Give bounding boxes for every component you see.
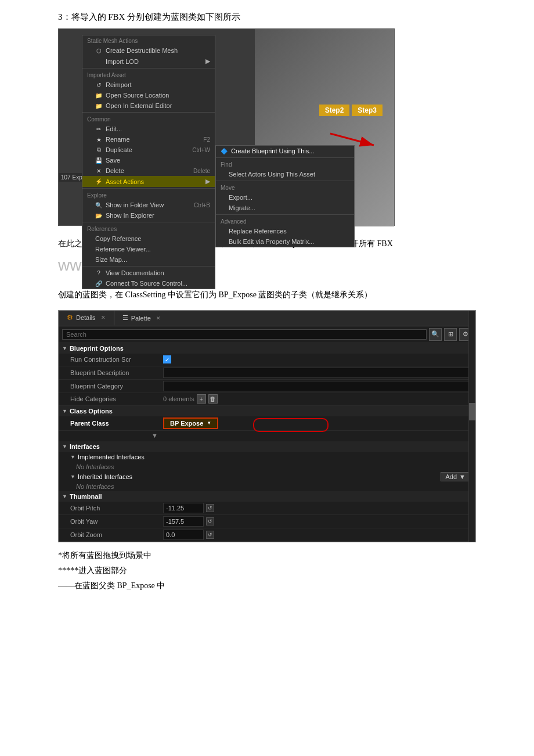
details-tab-close[interactable]: ✕ <box>101 315 106 321</box>
thumbnail-triangle: ▼ <box>62 494 67 499</box>
bp-expose-highlight <box>253 418 329 432</box>
menu-view-documentation[interactable]: ? View Documentation <box>82 268 215 278</box>
menu-open-external-editor[interactable]: 📁 Open In External Editor <box>82 100 215 111</box>
menu-asset-actions[interactable]: ⚡ Asset Actions ▶ <box>82 176 215 187</box>
interfaces-triangle: ▼ <box>62 444 67 449</box>
delete-icon: ✕ <box>95 167 102 174</box>
folder-view-icon: 🔍 <box>95 201 102 208</box>
orbit-zoom-input[interactable] <box>163 530 204 540</box>
menu-copy-reference[interactable]: Copy Reference <box>82 233 215 244</box>
section-references: References <box>82 224 215 233</box>
submenu-select-actors[interactable]: Select Actors Using This Asset <box>216 169 354 179</box>
orbit-yaw-value: ↺ <box>163 516 214 527</box>
parent-class-dropdown[interactable]: BP Expose ▼ <box>163 417 218 429</box>
orbit-zoom-rotate-icon[interactable]: ↺ <box>206 531 214 539</box>
collapse-triangle: ▼ <box>62 345 67 351</box>
menu-reimport[interactable]: ↺ Reimport <box>82 80 215 90</box>
note-1: *将所有蓝图拖拽到场景中 <box>58 550 476 561</box>
blueprint-category-input[interactable] <box>163 381 475 391</box>
run-construction-row: Run Construction Scr ✓ <box>59 354 475 366</box>
orbit-zoom-row: Orbit Zoom ↺ <box>59 528 475 542</box>
blueprint-description-input[interactable] <box>163 368 475 378</box>
section-explore: Explore <box>82 190 215 200</box>
submenu-migrate[interactable]: Migrate... <box>216 203 354 213</box>
add-dropdown-arrow: ▼ <box>459 473 466 480</box>
reimport-icon: ↺ <box>95 81 102 88</box>
submenu-replace-references[interactable]: Replace References <box>216 226 354 236</box>
details-tab[interactable]: ⚙ Details ✕ <box>59 311 114 326</box>
submenu-sep-3 <box>216 214 354 215</box>
orbit-pitch-input[interactable] <box>163 503 204 513</box>
run-construction-checkbox[interactable]: ✓ <box>163 355 171 363</box>
separator-4 <box>82 222 215 222</box>
menu-delete[interactable]: ✕ Delete Delete <box>82 165 215 176</box>
details-tab-icon: ⚙ <box>67 314 73 322</box>
menu-import-lod[interactable]: Import LOD ▶ <box>82 56 215 67</box>
blueprint-description-row: Blueprint Description <box>59 366 475 380</box>
menu-rename[interactable]: ★ Rename F2 <box>82 134 215 145</box>
dropdown-arrow: ▼ <box>207 420 211 426</box>
orbit-yaw-input[interactable] <box>163 516 204 527</box>
separator-3 <box>82 188 215 189</box>
scrollbar[interactable] <box>468 311 475 542</box>
menu-save[interactable]: 💾 Save <box>82 155 215 165</box>
submenu-bulk-edit[interactable]: Bulk Edit via Property Matrix... <box>216 236 354 247</box>
thumbnail-section: ▼ Thumbnail <box>59 491 475 502</box>
separator-5 <box>82 266 215 267</box>
rename-icon: ★ <box>95 136 102 143</box>
orbit-yaw-row: Orbit Yaw ↺ <box>59 515 475 528</box>
explorer-icon: 📂 <box>95 212 102 219</box>
search-input[interactable] <box>62 329 427 340</box>
orbit-pitch-rotate-icon[interactable]: ↺ <box>206 504 214 512</box>
step-labels: Step2 Step3 <box>319 105 383 116</box>
implemented-interfaces-section: ▼ Implemented Interfaces <box>59 452 475 462</box>
scrollbar-thumb[interactable] <box>469 403 475 420</box>
orbit-yaw-rotate-icon[interactable]: ↺ <box>206 517 214 525</box>
asset-actions-icon: ⚡ <box>95 178 102 185</box>
class-options-section: ▼ Class Options <box>59 406 475 416</box>
context-menu[interactable]: Static Mesh Actions ⬡ Create Destructibl… <box>82 35 215 289</box>
menu-create-destructible[interactable]: ⬡ Create Destructible Mesh <box>82 45 215 56</box>
section-static-mesh: Static Mesh Actions <box>82 35 215 45</box>
menu-connect-source-control[interactable]: 🔗 Connect To Source Control... <box>82 278 215 289</box>
orbit-pitch-row: Orbit Pitch ↺ <box>59 502 475 515</box>
submenu-move-section: Move <box>216 182 354 192</box>
details-header: ⚙ Details ✕ ☰ Palette ✕ <box>59 311 475 326</box>
menu-reference-viewer[interactable]: Reference Viewer... <box>82 244 215 254</box>
add-interface-btn[interactable]: Add ▼ <box>441 472 471 481</box>
section-imported-asset: Imported Asset <box>82 70 215 80</box>
lod-icon <box>95 58 102 65</box>
submenu-export[interactable]: Export... <box>216 192 354 203</box>
duplicate-icon: ⧉ <box>95 146 102 153</box>
menu-show-folder-view[interactable]: 🔍 Show in Folder View Ctrl+B <box>82 200 215 210</box>
asset-actions-submenu[interactable]: 🔷 Create Blueprint Using This... Find Se… <box>215 145 355 247</box>
grid-view-btn[interactable]: ⊞ <box>444 328 457 341</box>
menu-edit[interactable]: ✏ Edit... <box>82 124 215 134</box>
parent-class-sub-arrow: ▼ <box>59 431 475 441</box>
submenu-sep-1 <box>216 157 354 158</box>
rename-shortcut: F2 <box>203 136 210 143</box>
submenu-create-blueprint[interactable]: 🔷 Create Blueprint Using This... <box>216 146 354 156</box>
menu-size-map[interactable]: Size Map... <box>82 254 215 265</box>
menu-open-source-location[interactable]: 📁 Open Source Location <box>82 90 215 100</box>
search-icon-btn[interactable]: 🔍 <box>429 328 442 341</box>
folder-icon: 📁 <box>95 92 102 99</box>
save-icon: 💾 <box>95 157 102 164</box>
menu-duplicate[interactable]: ⧉ Duplicate Ctrl+W <box>82 145 215 155</box>
submenu-sep-2 <box>216 181 354 181</box>
menu-show-in-explorer[interactable]: 📂 Show In Explorer <box>82 210 215 221</box>
impl-triangle: ▼ <box>70 454 75 460</box>
folder-view-shortcut: Ctrl+B <box>194 202 210 208</box>
palette-tab[interactable]: ☰ Palette ✕ <box>114 311 169 326</box>
delete-element-btn[interactable]: 🗑 <box>208 394 218 404</box>
step3-label: Step3 <box>352 105 383 116</box>
palette-tab-close[interactable]: ✕ <box>156 315 161 321</box>
details-toolbar: 🔍 ⊞ ⚙ <box>59 326 475 343</box>
source-control-icon: 🔗 <box>95 280 102 287</box>
orbit-zoom-value: ↺ <box>163 530 214 540</box>
note-2: *****进入蓝图部分 <box>58 566 476 576</box>
add-element-btn[interactable]: + <box>197 394 206 404</box>
no-inherited-interfaces: No Interfaces <box>59 482 475 491</box>
step2-label: Step2 <box>319 105 350 116</box>
section-common: Common <box>82 114 215 124</box>
